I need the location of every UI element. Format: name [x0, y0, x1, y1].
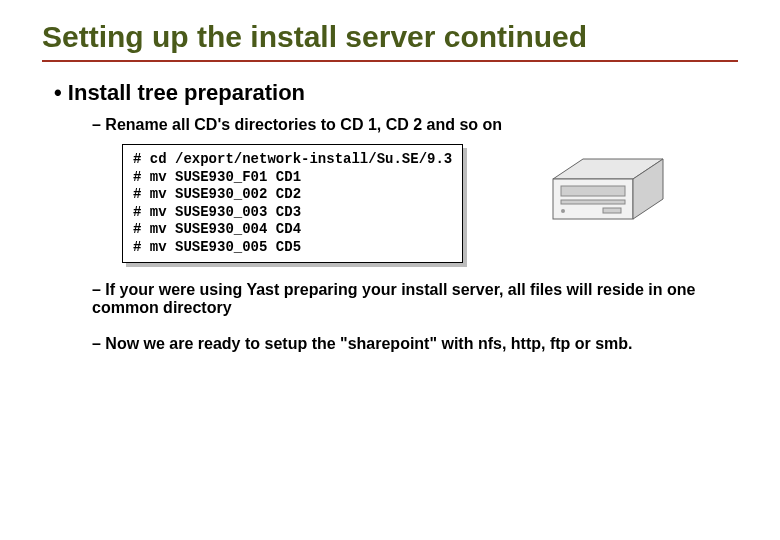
bullet-level-2-rename: Rename all CD's directories to CD 1, CD … — [92, 116, 738, 134]
svg-rect-5 — [603, 208, 621, 213]
svg-rect-3 — [561, 186, 625, 196]
svg-rect-4 — [561, 200, 625, 204]
code-block: # cd /export/network-install/Su.SE/9.3 #… — [122, 144, 463, 263]
code-block-wrapper: # cd /export/network-install/Su.SE/9.3 #… — [122, 144, 463, 263]
bullet-level-1: Install tree preparation — [54, 80, 738, 106]
bullet-level-2-sharepoint: Now we are ready to setup the "sharepoin… — [92, 335, 738, 353]
cdrom-drive-icon — [543, 144, 673, 234]
code-and-image-row: # cd /export/network-install/Su.SE/9.3 #… — [122, 144, 738, 263]
slide-title: Setting up the install server continued — [42, 20, 738, 54]
svg-point-6 — [561, 209, 565, 213]
title-underline — [42, 60, 738, 62]
bullet-level-2-yast: If your were using Yast preparing your i… — [92, 281, 738, 317]
